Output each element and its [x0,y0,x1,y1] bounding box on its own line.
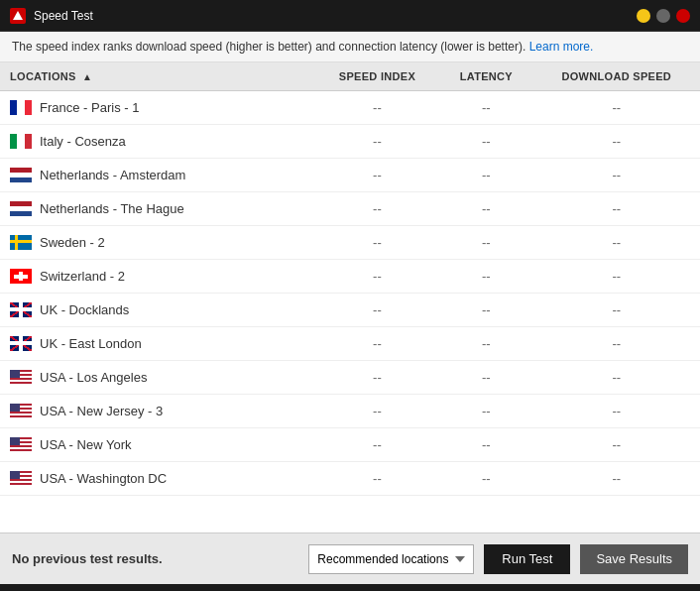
download-speed-value: -- [533,125,700,159]
location-cell: UK - East London [0,327,315,361]
maximize-button[interactable] [656,9,670,23]
speed-index-value: -- [315,226,439,260]
table-row[interactable]: USA - Los Angeles -- -- -- [0,361,700,395]
flag-icon [10,100,32,115]
speed-index-value: -- [315,428,439,462]
download-speed-value: -- [533,395,700,428]
location-cell: USA - Washington DC [0,462,315,496]
column-header-speed-index[interactable]: SPEED INDEX [315,62,439,91]
location-name: Sweden - 2 [40,235,105,250]
column-header-latency[interactable]: LATENCY [439,62,532,91]
download-speed-value: -- [533,361,700,395]
speed-index-value: -- [315,462,439,496]
download-speed-value: -- [533,260,700,294]
close-button[interactable] [676,9,690,23]
location-name: Netherlands - The Hague [40,201,184,216]
run-test-button[interactable]: Run Test [484,544,570,574]
location-name: France - Paris - 1 [40,100,139,115]
location-cell: Italy - Cosenza [0,125,315,159]
info-text: The speed index ranks download speed (hi… [12,40,525,54]
table-row[interactable]: USA - New Jersey - 3 -- -- -- [0,395,700,428]
location-cell: UK - Docklands [0,294,315,327]
minimize-button[interactable] [637,9,650,23]
location-name: USA - Los Angeles [40,370,147,385]
flag-icon [10,370,32,385]
download-speed-value: -- [533,294,700,327]
table-row[interactable]: Italy - Cosenza -- -- -- [0,125,700,159]
column-header-download-speed[interactable]: DOWNLOAD SPEED [533,62,700,91]
table-row[interactable]: Sweden - 2 -- -- -- [0,226,700,260]
table-row[interactable]: USA - New York -- -- -- [0,428,700,462]
speed-index-value: -- [315,395,439,428]
location-cell: Sweden - 2 [0,226,315,260]
table-row[interactable]: Switzerland - 2 -- -- -- [0,260,700,294]
table-row[interactable]: UK - Docklands -- -- -- [0,294,700,327]
location-name: UK - Docklands [40,302,129,317]
location-name: USA - New York [40,437,132,452]
table-row[interactable]: UK - East London -- -- -- [0,327,700,361]
location-name: USA - New Jersey - 3 [40,404,163,418]
location-cell: France - Paris - 1 [0,91,315,125]
download-speed-value: -- [533,428,700,462]
no-results-text: No previous test results. [12,551,298,566]
location-name: Netherlands - Amsterdam [40,168,185,182]
table-row[interactable]: USA - Washington DC -- -- -- [0,462,700,496]
location-cell: USA - New York [0,428,315,462]
speed-index-value: -- [315,159,439,192]
flag-icon [10,269,32,284]
flag-icon [10,336,32,351]
download-speed-value: -- [533,159,700,192]
table-row[interactable]: Netherlands - Amsterdam -- -- -- [0,159,700,192]
title-bar: Speed Test [0,0,700,32]
latency-value: -- [439,395,532,428]
speed-index-value: -- [315,294,439,327]
speed-index-value: -- [315,192,439,226]
location-cell: USA - Los Angeles [0,361,315,395]
flag-icon [10,437,32,452]
speed-index-value: -- [315,125,439,159]
flag-icon [10,168,32,182]
sort-arrow-icon: ▲ [82,71,92,82]
learn-more-link[interactable]: Learn more. [529,40,594,54]
latency-value: -- [439,260,532,294]
location-cell: Switzerland - 2 [0,260,315,294]
latency-value: -- [439,226,532,260]
latency-value: -- [439,327,532,361]
speed-index-value: -- [315,361,439,395]
download-speed-value: -- [533,462,700,496]
footer-bar: No previous test results. Recommended lo… [0,532,700,584]
location-name: Italy - Cosenza [40,134,126,149]
latency-value: -- [439,428,532,462]
locations-dropdown[interactable]: Recommended locationsAll locationsCustom… [308,544,474,574]
flag-icon [10,471,32,486]
locations-table-container: LOCATIONS ▲ SPEED INDEX LATENCY DOWNLOAD… [0,62,700,532]
locations-table: LOCATIONS ▲ SPEED INDEX LATENCY DOWNLOAD… [0,62,700,496]
table-row[interactable]: Netherlands - The Hague -- -- -- [0,192,700,226]
save-results-button[interactable]: Save Results [580,544,688,574]
location-name: USA - Washington DC [40,471,167,486]
info-bar: The speed index ranks download speed (hi… [0,32,700,62]
location-name: UK - East London [40,336,142,351]
latency-value: -- [439,294,532,327]
table-header-row: LOCATIONS ▲ SPEED INDEX LATENCY DOWNLOAD… [0,62,700,91]
app-icon [10,8,26,24]
flag-icon [10,134,32,149]
location-cell: USA - New Jersey - 3 [0,395,315,428]
latency-value: -- [439,125,532,159]
latency-value: -- [439,192,532,226]
column-header-location[interactable]: LOCATIONS ▲ [0,62,315,91]
app-title: Speed Test [34,9,629,23]
latency-value: -- [439,462,532,496]
latency-value: -- [439,91,532,125]
latency-value: -- [439,159,532,192]
flag-icon [10,302,32,317]
location-cell: Netherlands - Amsterdam [0,159,315,192]
download-speed-value: -- [533,192,700,226]
flag-icon [10,201,32,216]
download-speed-value: -- [533,91,700,125]
window-controls [637,9,690,23]
svg-marker-0 [13,11,23,20]
download-speed-value: -- [533,327,700,361]
table-row[interactable]: France - Paris - 1 -- -- -- [0,91,700,125]
speed-index-value: -- [315,260,439,294]
